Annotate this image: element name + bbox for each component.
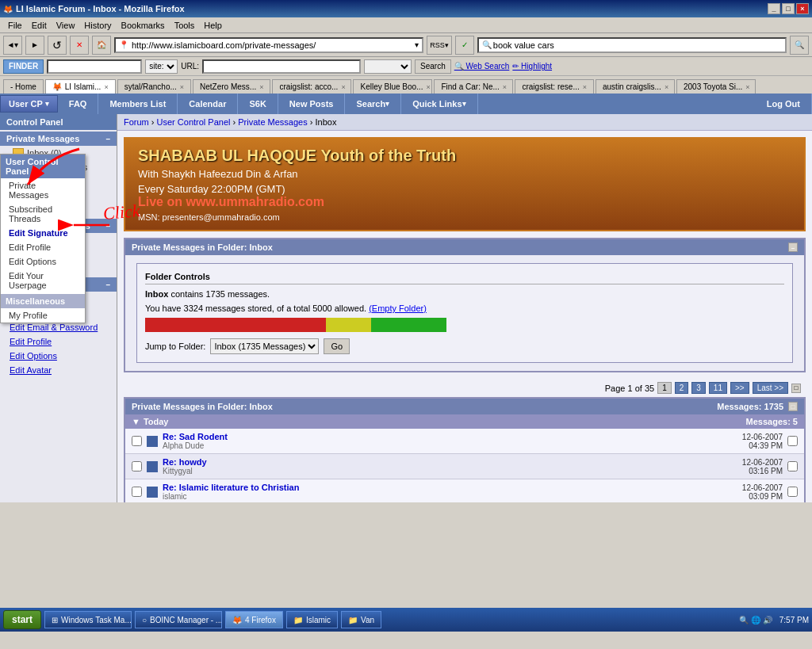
menu-help[interactable]: Help	[199, 19, 227, 32]
tab-kelley[interactable]: Kelley Blue Boo... ×	[353, 79, 432, 94]
msg-select-3[interactable]	[787, 487, 798, 497]
back-button[interactable]: ◄▾	[3, 36, 22, 55]
page-2[interactable]: 2	[675, 382, 689, 394]
web-search-link[interactable]: 🔍 Web Search	[454, 62, 510, 71]
dropdown-edit-signature[interactable]: Edit Signature	[1, 226, 85, 240]
menu-view[interactable]: View	[52, 19, 80, 32]
panel-edit-profile[interactable]: Edit Profile	[0, 334, 117, 349]
tab-craigslist-close[interactable]: ×	[341, 83, 345, 91]
nav-faq[interactable]: FAQ	[58, 94, 99, 114]
tab-sytal[interactable]: sytal/Rancho... ×	[117, 79, 191, 94]
tab-cres-close[interactable]: ×	[583, 83, 587, 91]
panel-section-pm-toggle[interactable]: –	[105, 135, 110, 143]
msg-checkbox-3[interactable]	[132, 487, 142, 497]
tab-islamic-close[interactable]: ×	[104, 83, 108, 91]
msg-checkbox-2[interactable]	[132, 461, 142, 471]
menu-tools[interactable]: Tools	[170, 19, 200, 32]
tab-cres[interactable]: craigslist: rese... ×	[515, 79, 594, 94]
tab-toyota[interactable]: 2003 Toyota Si... ×	[676, 79, 756, 94]
tab-craigslist[interactable]: craigslist: acco... ×	[272, 79, 351, 94]
panel-edit-avatar[interactable]: Edit Avatar	[0, 363, 117, 377]
panel-section-settings-toggle[interactable]: –	[105, 281, 110, 289]
jump-go-button[interactable]: Go	[324, 338, 350, 354]
forward-button[interactable]: ►	[25, 36, 44, 55]
menu-file[interactable]: File	[3, 19, 27, 32]
home-button[interactable]: 🏠	[92, 36, 111, 55]
panel-edit-options[interactable]: Edit Options	[0, 349, 117, 363]
bookmark-check-icon[interactable]: ✓	[455, 36, 474, 55]
msg-subject-1[interactable]: Re: Sad Rodent	[163, 432, 737, 441]
finder-input[interactable]	[47, 59, 142, 74]
tab-findcar-close[interactable]: ×	[503, 83, 507, 91]
tray-network-icon[interactable]: 🌐	[751, 616, 760, 624]
close-button[interactable]: ×	[796, 3, 809, 14]
tab-netzero-close[interactable]: ×	[259, 83, 263, 91]
dropdown-my-profile[interactable]: My Profile	[1, 308, 85, 323]
minimize-button[interactable]: _	[768, 3, 780, 14]
address-input[interactable]	[132, 40, 412, 50]
panel-section-pm[interactable]: Private Messages –	[0, 132, 117, 146]
msg-checkbox-1[interactable]	[132, 436, 142, 446]
breadcrumb-forum[interactable]: Forum	[124, 117, 149, 127]
page-last[interactable]: Last >>	[753, 382, 788, 394]
url-dropdown[interactable]	[364, 59, 412, 74]
breadcrumb-ucp[interactable]: User Control Panel	[157, 117, 231, 127]
panel-section-sub-toggle[interactable]: –	[105, 222, 110, 231]
tab-netzero[interactable]: NetZero Mess... ×	[193, 79, 270, 94]
nav-newposts[interactable]: New Posts	[278, 94, 346, 114]
search-input[interactable]	[493, 40, 782, 50]
title-bar-controls[interactable]: _ □ ×	[768, 3, 809, 14]
dropdown-subscribed-threads[interactable]: Subscribed Threads	[1, 202, 85, 226]
page-next[interactable]: >>	[730, 382, 749, 394]
empty-folder-link[interactable]: (Empty Folder)	[369, 304, 427, 313]
tab-toyota-close[interactable]: ×	[745, 83, 749, 91]
breadcrumb-pm[interactable]: Private Messages	[238, 117, 307, 127]
msg-select-1[interactable]	[787, 436, 798, 446]
nav-members[interactable]: Members List	[98, 94, 178, 114]
search-go-button[interactable]: 🔍	[790, 36, 809, 55]
taskbar-item-boinc[interactable]: ○ BOINC Manager - ...	[135, 611, 222, 628]
msg-subject-2[interactable]: Re: howdy	[163, 457, 737, 467]
tab-sytal-close[interactable]: ×	[180, 83, 184, 91]
stop-button[interactable]: ✕	[70, 36, 89, 55]
search-button[interactable]: Search	[415, 59, 451, 74]
dropdown-edit-profile[interactable]: Edit Profile	[1, 240, 85, 254]
nav-calendar[interactable]: Calendar	[178, 94, 238, 114]
tab-kelley-close[interactable]: ×	[426, 83, 430, 91]
msg-select-2[interactable]	[787, 461, 798, 471]
reload-button[interactable]: ↺	[48, 36, 67, 55]
nav-s6k[interactable]: S6K	[238, 94, 278, 114]
dropdown-private-messages[interactable]: Private Messages	[1, 178, 85, 202]
dropdown-edit-userpage[interactable]: Edit Your Userpage	[1, 269, 85, 292]
page-11[interactable]: 11	[709, 382, 727, 394]
today-toggle[interactable]: ▼	[132, 417, 140, 426]
maximize-button[interactable]: □	[782, 3, 795, 14]
nav-logout[interactable]: Log Out	[756, 94, 812, 114]
taskbar-item-taskmgr[interactable]: ⊞ Windows Task Ma...	[44, 611, 132, 628]
page-1[interactable]: 1	[657, 382, 672, 394]
taskbar-item-van[interactable]: 📁 Van	[341, 611, 381, 628]
finder-button[interactable]: FINDER	[3, 59, 44, 74]
menu-edit[interactable]: Edit	[27, 19, 52, 32]
jump-select[interactable]: Inbox (1735 Messages)	[210, 338, 319, 354]
dropdown-edit-options[interactable]: Edit Options	[1, 254, 85, 269]
url-input[interactable]	[202, 59, 361, 74]
menu-history[interactable]: History	[79, 19, 116, 32]
tab-austin[interactable]: austin craigslis... ×	[596, 79, 675, 94]
pagination-box-btn[interactable]: □	[791, 384, 801, 393]
taskbar-item-islamic[interactable]: 📁 Islamic	[286, 611, 338, 628]
nav-search[interactable]: Search	[345, 94, 401, 114]
rss-icon[interactable]: RSS▾	[427, 36, 452, 55]
nav-usercp[interactable]: User CP	[0, 95, 58, 113]
page-3[interactable]: 3	[691, 382, 706, 394]
tab-islamic[interactable]: 🦊 LI Islami... ×	[45, 79, 116, 94]
menu-bookmarks[interactable]: Bookmarks	[117, 19, 170, 32]
start-button[interactable]: start	[3, 610, 41, 629]
finder-dropdown[interactable]: site:	[145, 59, 178, 74]
tab-findcar[interactable]: Find a Car: Ne... ×	[434, 79, 513, 94]
nav-quicklinks[interactable]: Quick Links	[401, 94, 477, 114]
msg-subject-3[interactable]: Re: Islamic literature to Christian	[163, 483, 737, 492]
tab-austin-close[interactable]: ×	[665, 83, 668, 91]
messages-box-btn[interactable]: □	[788, 402, 798, 411]
taskbar-item-firefox[interactable]: 🦊 4 Firefox	[225, 611, 283, 628]
